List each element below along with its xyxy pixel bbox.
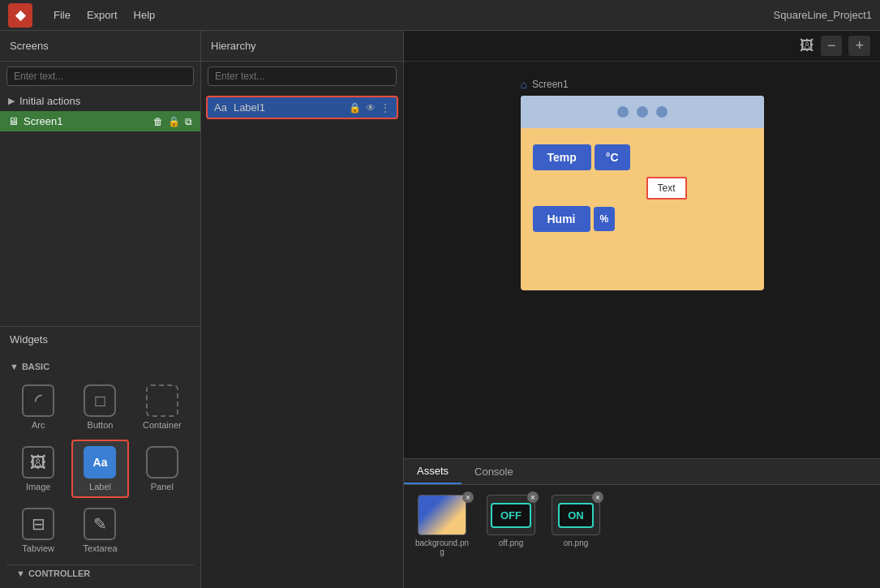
console-tab[interactable]: Console <box>461 459 526 484</box>
hierarchy-list: Aa Label1 🔒 👁 ⋮ <box>201 91 403 588</box>
image-toolbar-icon[interactable]: 🖼 <box>800 37 814 54</box>
button-label: Button <box>88 420 114 430</box>
screen-name-label: Screen1 <box>532 79 569 90</box>
triangle-icon: ▼ <box>10 362 19 371</box>
menu-file[interactable]: File <box>54 9 71 21</box>
zoom-out-icon[interactable]: − <box>821 36 843 56</box>
menu-export[interactable]: Export <box>87 9 118 21</box>
screens-list: ▶ Initial actions 🖥 Screen1 🗑 🔒 ⧉ <box>0 91 200 326</box>
hierarchy-tab-label: Hierarchy <box>211 40 256 52</box>
tabview-icon: ⊟ <box>22 508 54 540</box>
button-icon: □ <box>84 384 116 417</box>
hier-eye-icon[interactable]: 👁 <box>366 102 376 114</box>
textarea-label: Textarea <box>83 543 117 553</box>
widget-tabview[interactable]: ⊟ Tabview <box>10 503 67 558</box>
zoom-in-icon[interactable]: + <box>848 36 870 56</box>
temp-label: Temp <box>533 144 591 170</box>
screen-icon: 🖥 <box>8 115 19 127</box>
tabview-label: Tabview <box>22 543 54 553</box>
initial-actions-item[interactable]: ▶ Initial actions <box>0 91 200 111</box>
canvas-main: ⌂ Screen1 Temp <box>404 62 880 458</box>
label-widget-icon: Aa <box>84 446 116 479</box>
widget-button[interactable]: □ Button <box>71 380 128 435</box>
asset-bg-label: background.png <box>414 539 470 556</box>
copy-icon[interactable]: ⧉ <box>185 116 192 127</box>
screen-content: Temp °C Text Humi % <box>521 96 764 290</box>
label-widget-label: Label <box>89 482 111 491</box>
screen-main-area: Temp °C Text Humi % <box>521 128 764 248</box>
play-icon: ▶ <box>8 96 15 106</box>
canvas-area: 🖼 − + ⌂ Screen1 <box>404 31 880 458</box>
middle-panel: Hierarchy Aa Label1 🔒 👁 ⋮ <box>201 31 404 588</box>
panel-label: Panel <box>151 482 174 491</box>
widget-panel[interactable]: Panel <box>134 440 191 498</box>
bottom-panel: Assets Console × background.png × OFF <box>404 458 880 588</box>
right-section: 🖼 − + ⌂ Screen1 <box>404 31 880 588</box>
basic-section-label: ▼ BASIC <box>6 358 194 376</box>
asset-on: × ON on.png <box>552 495 600 547</box>
widget-arc[interactable]: ◜ Arc <box>10 380 67 435</box>
main-layout: Screens ▶ Initial actions 🖥 Screen1 🗑 🔒 … <box>0 31 880 588</box>
screen1-item[interactable]: 🖥 Screen1 🗑 🔒 ⧉ <box>0 111 200 131</box>
temp-unit: °C <box>595 144 630 170</box>
asset-off: × OFF off.png <box>487 495 535 547</box>
hier-search-container <box>201 62 403 91</box>
hierarchy-tab: Hierarchy <box>201 31 403 62</box>
asset-bg-close[interactable]: × <box>462 491 474 503</box>
humi-label: Humi <box>533 206 590 232</box>
off-btn-preview: OFF <box>491 503 531 528</box>
arc-icon: ◜ <box>22 384 54 417</box>
temp-row: Temp °C <box>533 144 752 170</box>
lamp1 <box>617 106 629 118</box>
container-icon <box>146 384 178 417</box>
asset-on-close[interactable]: × <box>592 491 603 503</box>
menu-bar: ◆ File Export Help SquareLine_Project1 <box>0 0 880 31</box>
controller-section: ▼ CONTROLLER <box>6 564 194 582</box>
image-label: Image <box>26 482 51 491</box>
hier-search-input[interactable] <box>208 67 397 86</box>
screens-tab-label: Screens <box>10 40 49 52</box>
assets-tab[interactable]: Assets <box>404 459 461 484</box>
menu-help[interactable]: Help <box>134 9 156 21</box>
image-icon: 🖼 <box>22 446 54 479</box>
text-box-row: Text <box>646 177 752 200</box>
container-label: Container <box>143 420 182 430</box>
initial-actions-label: Initial actions <box>19 95 80 107</box>
asset-off-close[interactable]: × <box>527 491 539 503</box>
widget-textarea[interactable]: ✎ Textarea <box>71 503 128 558</box>
asset-background: × background.png <box>414 495 470 556</box>
textarea-icon: ✎ <box>84 508 116 540</box>
hier-more-icon[interactable]: ⋮ <box>380 102 390 114</box>
asset-off-label: off.png <box>499 539 523 547</box>
widgets-section: Widgets ▼ BASIC ◜ Arc □ Button <box>0 326 200 588</box>
canvas-toolbar: 🖼 − + <box>404 31 880 62</box>
widget-image[interactable]: 🖼 Image <box>10 440 67 498</box>
screen-preview: ⌂ Screen1 Temp <box>521 78 764 290</box>
on-btn-preview: ON <box>558 503 594 528</box>
left-search-container <box>0 62 200 91</box>
hier-item-icons: 🔒 👁 ⋮ <box>349 102 390 114</box>
widget-container[interactable]: Container <box>134 380 191 435</box>
bg-preview <box>419 495 466 535</box>
app-title: SquareLine_Project1 <box>774 9 872 21</box>
widgets-header: Widgets <box>0 327 200 352</box>
asset-on-label: on.png <box>564 539 589 547</box>
left-panel: Screens ▶ Initial actions 🖥 Screen1 🗑 🔒 … <box>0 31 201 588</box>
left-search-input[interactable] <box>6 67 194 86</box>
lock-icon[interactable]: 🔒 <box>168 116 180 127</box>
logo-symbol: ◆ <box>15 7 25 23</box>
text-value-box: Text <box>646 177 687 200</box>
widget-label[interactable]: Aa Label <box>71 440 128 498</box>
screens-tab: Screens <box>0 31 200 62</box>
triangle-icon2: ▼ <box>16 569 25 578</box>
assets-content: × background.png × OFF off.png × <box>404 485 880 566</box>
asset-bg-thumb <box>418 495 466 535</box>
screen1-label: Screen1 <box>24 115 62 127</box>
trash-icon[interactable]: 🗑 <box>153 116 163 127</box>
lamp2 <box>637 106 648 118</box>
hier-lock-icon[interactable]: 🔒 <box>349 102 361 114</box>
screen1-icons: 🗑 🔒 ⧉ <box>153 116 192 127</box>
hier-item-label1[interactable]: Aa Label1 🔒 👁 ⋮ <box>206 96 398 119</box>
screen-label: ⌂ Screen1 <box>521 78 764 91</box>
hier-item-label: Label1 <box>234 101 265 114</box>
